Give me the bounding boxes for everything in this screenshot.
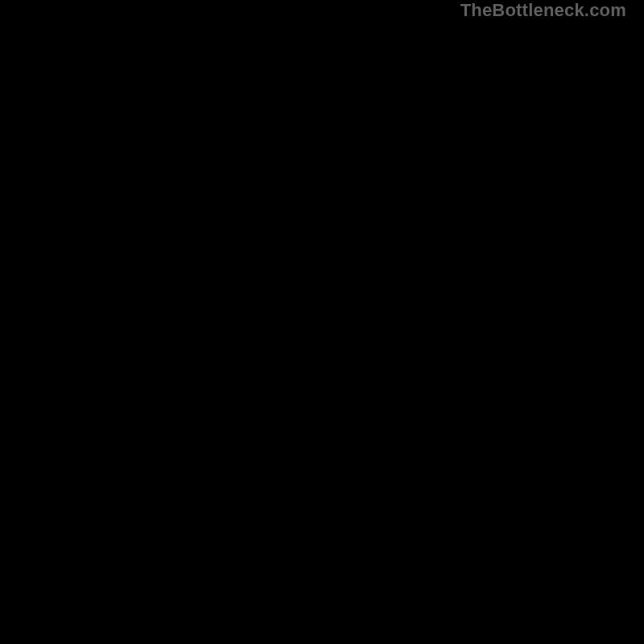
plot-frame [16, 18, 628, 630]
